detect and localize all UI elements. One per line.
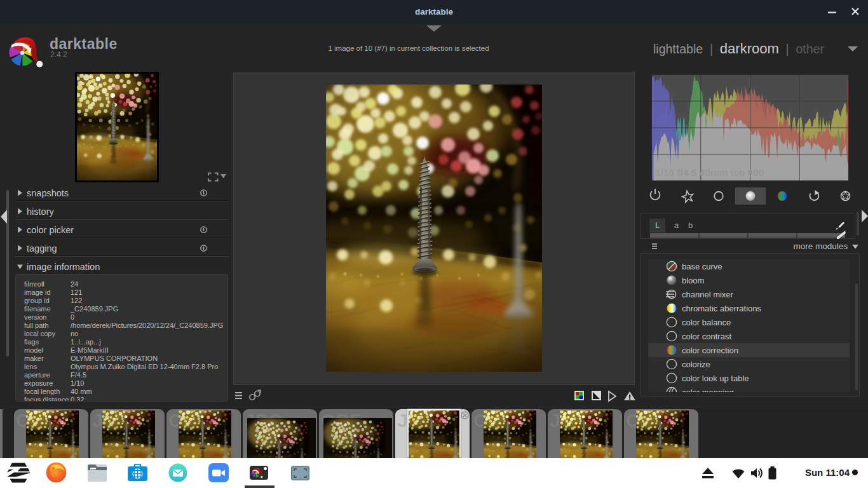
svg-text:color look up table: color look up table (682, 374, 749, 383)
svg-text:image information: image information (27, 262, 100, 272)
svg-text:color picker: color picker (27, 225, 74, 235)
svg-text:chromatic aberrations: chromatic aberrations (682, 304, 761, 313)
svg-text:color balance: color balance (682, 318, 731, 327)
svg-text:color mapping: color mapping (682, 388, 734, 393)
svg-text:tagging: tagging (27, 243, 57, 254)
svg-text:more modules: more modules (793, 242, 848, 251)
svg-text:channel mixer: channel mixer (682, 290, 734, 299)
svg-text:base curve: base curve (682, 262, 722, 271)
svg-text:color correction: color correction (682, 346, 738, 355)
svg-text:snapshots: snapshots (27, 188, 69, 198)
svg-text:1/10 f/4.5 40mm iso 800: 1/10 f/4.5 40mm iso 800 (655, 167, 764, 178)
svg-text:colorize: colorize (682, 360, 710, 369)
svg-text:color contrast: color contrast (682, 332, 731, 341)
svg-text:bloom: bloom (682, 276, 704, 285)
svg-text:history: history (27, 207, 54, 217)
